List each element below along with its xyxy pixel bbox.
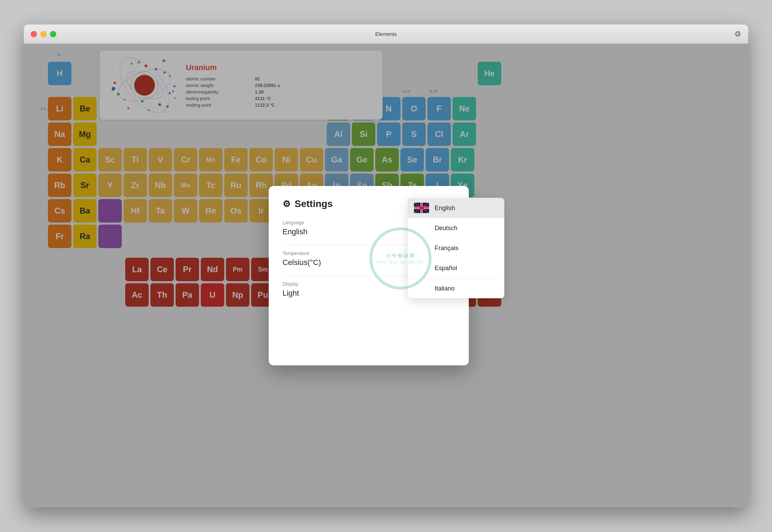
language-dropdown: English Deutsch: [408, 198, 504, 298]
language-option-english[interactable]: English: [408, 198, 504, 218]
flag-fr: [414, 243, 429, 253]
traffic-lights: [31, 31, 56, 37]
flag-uk: [414, 203, 429, 213]
flag-es: [414, 263, 429, 273]
maximize-button[interactable]: [50, 31, 56, 37]
main-window: Elements ⚙ A I A VIII H He: [24, 24, 748, 508]
language-name-francais: Français: [435, 244, 458, 252]
title-bar: Elements ⚙: [24, 24, 748, 44]
flag-de: [414, 223, 429, 233]
settings-button-top[interactable]: ⚙: [734, 30, 741, 39]
flag-it: [414, 283, 429, 294]
main-content: A I A VIII H He B III B IV B V: [24, 44, 748, 508]
language-option-deutsch[interactable]: Deutsch: [408, 218, 504, 238]
language-option-francais[interactable]: Français: [408, 238, 504, 258]
window-title: Elements: [375, 31, 397, 37]
settings-gear-icon: ⚙: [283, 199, 290, 209]
language-name-espanol: Español: [435, 264, 457, 272]
modal-overlay[interactable]: ⚙ Settings Language English Temperature …: [24, 44, 748, 508]
language-name-english: English: [435, 204, 455, 211]
language-option-espanol[interactable]: Español: [408, 258, 504, 278]
language-option-italiano[interactable]: Italiano: [408, 278, 504, 298]
close-button[interactable]: [31, 31, 37, 37]
minimize-button[interactable]: [40, 31, 47, 37]
language-name-italiano: Italiano: [435, 285, 455, 292]
language-name-deutsch: Deutsch: [435, 224, 457, 231]
